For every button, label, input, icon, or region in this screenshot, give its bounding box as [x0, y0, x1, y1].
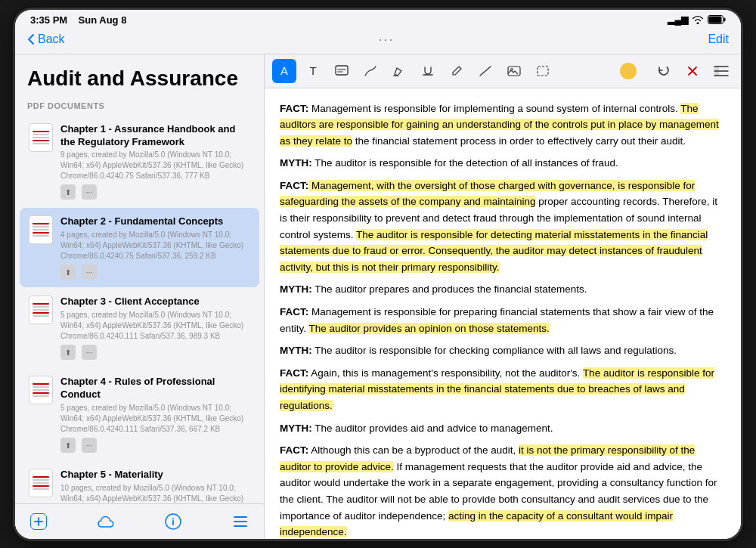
battery-icon — [708, 15, 726, 24]
sidebar-item-ch4[interactable]: Chapter 4 - Rules of Professional Conduc… — [20, 368, 259, 460]
para-4: MYTH: The auditor prepares and produces … — [280, 281, 726, 298]
para-2: MYTH: The auditor is responsible for the… — [280, 155, 726, 172]
svg-rect-10 — [714, 66, 719, 76]
para-8: MYTH: The auditor provides aid and advic… — [280, 420, 726, 437]
doc-icon-ch4 — [29, 376, 53, 404]
list-icon — [232, 515, 249, 528]
close-icon — [687, 66, 698, 76]
item-title-ch2: Chapter 2 - Fundamental Concepts — [60, 215, 250, 228]
doc-icon-ch5 — [29, 469, 53, 497]
tool-draw-button[interactable] — [358, 59, 383, 83]
sidebar-item-ch5[interactable]: Chapter 5 - Materiality 10 pages, create… — [20, 461, 259, 503]
tool-highlight-button[interactable] — [387, 59, 411, 83]
doc-icon-ch1 — [29, 123, 53, 152]
content-area: Audit and Assurance PDF DOCUMENTS — [15, 54, 741, 539]
item-content-ch1: Chapter 1 - Assurance Handbook and the R… — [60, 123, 250, 200]
highlight-icon — [392, 65, 406, 77]
myth-label-6: MYTH: — [280, 345, 312, 356]
line-icon — [479, 65, 492, 77]
draw-icon — [364, 65, 377, 77]
para6-text: The auditor is responsible for checking … — [314, 345, 677, 356]
select-icon — [536, 65, 550, 77]
item-action-more-ch4[interactable]: ··· — [82, 438, 97, 453]
tool-annotate-button[interactable]: A — [272, 59, 296, 83]
tool-text-button[interactable]: T — [301, 59, 325, 83]
sidebar-item-ch3[interactable]: Chapter 3 - Client Acceptance 5 pages, c… — [20, 288, 259, 367]
tool-image-button[interactable] — [502, 59, 526, 83]
item-meta-ch5: 10 pages, created by Mozilla/5.0 (Window… — [60, 483, 250, 503]
svg-rect-9 — [538, 67, 548, 76]
undo-icon — [657, 65, 671, 77]
wifi-icon — [692, 15, 704, 24]
sidebar: Audit and Assurance PDF DOCUMENTS — [15, 54, 265, 539]
sidebar-section-header: PDF DOCUMENTS — [15, 94, 264, 115]
doc-view: A T — [265, 54, 741, 539]
item-action-more-ch3[interactable]: ··· — [82, 345, 97, 360]
tool-undo-button[interactable] — [652, 59, 676, 83]
item-action-more-ch1[interactable]: ··· — [82, 184, 97, 200]
item-meta-ch2: 4 pages, created by Mozilla/5.0 (Windows… — [60, 230, 250, 262]
signal-icon: ▂▄▆ — [668, 14, 688, 25]
svg-point-5 — [172, 518, 174, 519]
tool-note-button[interactable] — [330, 59, 354, 83]
status-icons: ▂▄▆ — [668, 14, 726, 25]
para-3: FACT: Management, with the oversight of … — [280, 178, 726, 276]
item-meta-ch3: 5 pages, created by Mozilla/5.0 (Windows… — [60, 310, 250, 342]
item-title-ch4: Chapter 4 - Rules of Professional Conduc… — [60, 376, 250, 401]
sidebar-icon — [714, 65, 729, 77]
item-action-more-ch2[interactable]: ··· — [82, 265, 97, 280]
fact-label-3: FACT: — [280, 180, 308, 191]
sidebar-item-ch1[interactable]: Chapter 1 - Assurance Handbook and the R… — [20, 116, 259, 208]
para-1: FACT: Management is responsible for impl… — [280, 101, 726, 150]
sidebar-footer — [15, 503, 264, 539]
para5-highlight: The auditor provides an opinion on those… — [309, 323, 550, 334]
back-button[interactable]: Back — [27, 33, 65, 46]
underline-icon — [421, 65, 435, 77]
item-meta-ch1: 9 pages, created by Mozilla/5.0 (Windows… — [60, 150, 250, 181]
more-button[interactable]: ··· — [378, 32, 394, 48]
status-time: 3:35 PM Sun Aug 8 — [30, 14, 126, 26]
para-9: FACT: Although this can be a byproduct o… — [280, 442, 726, 538]
color-picker[interactable] — [620, 63, 637, 79]
ipad-device: 3:35 PM Sun Aug 8 ▂▄▆ Back ·· — [15, 10, 741, 539]
sidebar-title: Audit and Assurance — [15, 54, 264, 94]
item-action-share-ch1[interactable]: ⬆ — [60, 184, 76, 200]
fact-label-1: FACT: — [280, 103, 308, 114]
tool-pen-button[interactable] — [445, 59, 469, 83]
para-5: FACT: Management is responsible for prep… — [280, 304, 726, 336]
svg-rect-6 — [336, 66, 348, 75]
item-content-ch2: Chapter 2 - Fundamental Concepts 4 pages… — [60, 215, 250, 280]
image-icon — [507, 65, 521, 77]
tool-sidebar-toggle[interactable] — [709, 59, 733, 83]
item-title-ch3: Chapter 3 - Client Acceptance — [60, 296, 250, 308]
item-title-ch5: Chapter 5 - Materiality — [60, 469, 250, 481]
tool-line-button[interactable] — [473, 59, 497, 83]
nav-bar: Back ··· Edit — [15, 29, 741, 54]
fact-label-7: FACT: — [280, 367, 308, 379]
add-button[interactable] — [27, 510, 50, 533]
para8-text: The auditor provides aid and advice to m… — [314, 423, 553, 434]
sidebar-item-ch2[interactable]: Chapter 2 - Fundamental Concepts 4 pages… — [20, 208, 259, 287]
svg-rect-1 — [724, 18, 726, 22]
edit-button[interactable]: Edit — [708, 33, 729, 46]
svg-rect-2 — [709, 17, 722, 23]
item-content-ch4: Chapter 4 - Rules of Professional Conduc… — [60, 376, 250, 453]
info-icon — [165, 513, 181, 530]
cloud-button[interactable] — [94, 510, 117, 533]
para-6: MYTH: The auditor is responsible for che… — [280, 342, 726, 359]
tool-close-button[interactable] — [680, 59, 705, 83]
item-action-share-ch2[interactable]: ⬆ — [60, 265, 76, 280]
sidebar-list: Chapter 1 - Assurance Handbook and the R… — [15, 115, 264, 503]
para-7: FACT: Again, this is management's respon… — [280, 365, 726, 414]
edit-label: Edit — [708, 33, 729, 45]
tool-select-button[interactable] — [531, 59, 555, 83]
item-content-ch3: Chapter 3 - Client Acceptance 5 pages, c… — [60, 296, 250, 360]
list-button[interactable] — [229, 510, 252, 533]
back-icon — [27, 33, 35, 45]
fact-label-9: FACT: — [280, 444, 308, 456]
info-button[interactable] — [162, 510, 184, 533]
item-action-share-ch3[interactable]: ⬆ — [60, 345, 76, 360]
item-action-share-ch4[interactable]: ⬆ — [60, 438, 76, 453]
time-text: 3:35 PM — [30, 14, 67, 26]
tool-underline-button[interactable] — [416, 59, 440, 83]
